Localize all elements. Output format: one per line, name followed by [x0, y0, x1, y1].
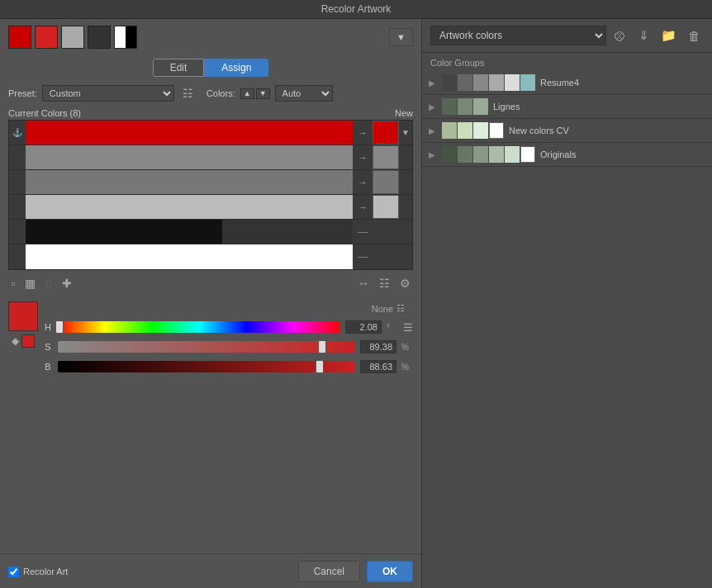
h-thumb[interactable] — [55, 320, 64, 334]
cg-swatches — [442, 98, 488, 115]
edit-tab[interactable]: Edit — [153, 59, 205, 77]
s-row: S % — [43, 340, 413, 353]
table-row: — — [9, 220, 412, 244]
colors-dropdown[interactable]: Auto — [275, 85, 333, 102]
left-swatch[interactable] — [26, 220, 353, 244]
lock-icon[interactable]: ⚓ — [9, 128, 26, 137]
b-label: B — [43, 362, 53, 372]
swatch-darkgray[interactable] — [88, 26, 111, 49]
single-column-icon[interactable]: ▫ — [8, 275, 17, 292]
table-row: → — [9, 170, 412, 195]
b-thumb[interactable] — [316, 360, 324, 373]
cg-swatch — [442, 98, 457, 115]
cg-swatch — [505, 74, 520, 91]
color-group-item[interactable]: ▶ New colors CV — [422, 119, 712, 143]
cg-swatch — [458, 74, 472, 91]
cg-swatch — [442, 74, 457, 91]
swatch-gray[interactable] — [61, 26, 84, 49]
cg-arrow-icon: ▶ — [429, 126, 437, 135]
colors-stepper: ▲ ▼ — [240, 88, 270, 99]
preset-label: Preset: — [8, 88, 37, 98]
left-swatch[interactable] — [26, 195, 353, 219]
right-swatch[interactable] — [373, 170, 399, 194]
right-swatch[interactable] — [373, 145, 399, 169]
chevron-down-icon[interactable]: ▼ — [399, 128, 412, 137]
recolor-art-checkbox-row: Recolor Art — [8, 567, 68, 577]
h-slider[interactable] — [58, 321, 340, 333]
cg-swatch — [458, 98, 472, 115]
add-icon[interactable]: ✚ — [59, 275, 74, 292]
cancel-button[interactable]: Cancel — [298, 561, 360, 582]
swatch-row: ▼ — [0, 19, 421, 55]
recolor-art-checkbox[interactable] — [8, 567, 19, 577]
left-swatch[interactable] — [26, 244, 353, 269]
right-swatch[interactable] — [373, 121, 399, 145]
left-swatch[interactable] — [26, 121, 353, 145]
left-swatch[interactable] — [26, 170, 353, 194]
none-grid-icon[interactable]: ☷ — [396, 303, 405, 314]
swatch-red2[interactable] — [35, 26, 58, 49]
preset-list-icon-button[interactable]: ☷ — [179, 85, 197, 102]
options-icon[interactable]: ⚙ — [397, 275, 413, 292]
cg-swatch — [473, 74, 488, 91]
cg-swatch — [442, 146, 457, 163]
preset-select[interactable]: Custom — [42, 85, 174, 102]
table-row: → — [9, 195, 412, 220]
assign-tab[interactable]: Assign — [204, 59, 268, 77]
none-label: None — [372, 304, 393, 314]
new-colors-label: New — [395, 108, 413, 118]
color-group-item[interactable]: ▶ Resume4 — [422, 71, 712, 95]
cg-swatches — [442, 122, 504, 139]
eyedropper-icon[interactable]: ⛒ — [611, 27, 630, 45]
cg-arrow-icon: ▶ — [429, 102, 437, 111]
b-slider[interactable] — [58, 361, 355, 372]
b-value-input[interactable] — [360, 360, 396, 373]
resize-icon[interactable]: ↔ — [355, 275, 372, 292]
dash-icon: — — [353, 226, 373, 238]
h-menu-icon[interactable]: ☰ — [403, 321, 413, 334]
save-icon[interactable]: ⇓ — [635, 26, 653, 45]
right-swatch[interactable] — [373, 195, 399, 219]
delete-icon[interactable]: 🗑 — [685, 27, 704, 45]
swatch-dropdown-button[interactable]: ▼ — [389, 28, 413, 46]
swatch-red[interactable] — [8, 26, 31, 49]
color-group-name: Originals — [540, 149, 576, 159]
no-merge-icon: ▯ — [43, 275, 55, 292]
grid-icon[interactable]: ☷ — [377, 275, 392, 292]
hsb-sliders: None ☷ H ° ☰ S — [43, 301, 413, 373]
toolbar-right: ↔ ☷ ⚙ — [355, 275, 413, 292]
color-group-item[interactable]: ▶ Originals — [422, 143, 712, 167]
arrow-icon: → — [353, 202, 373, 213]
colors-down-button[interactable]: ▼ — [256, 88, 270, 99]
small-color-swatch[interactable] — [21, 334, 35, 348]
global-color-icon[interactable]: ◆ — [12, 335, 19, 347]
arrow-icon: → — [353, 177, 373, 188]
right-panel: Artwork colors ⛒ ⇓ 📁 🗑 Color Groups ▶ Re… — [421, 19, 712, 588]
colors-up-button[interactable]: ▲ — [240, 88, 254, 99]
h-label: H — [43, 322, 53, 332]
s-thumb[interactable] — [318, 340, 326, 353]
cg-swatches — [442, 146, 535, 163]
s-slider[interactable] — [58, 341, 355, 353]
artwork-colors-select[interactable]: Artwork colors — [430, 26, 606, 45]
h-value-input[interactable] — [345, 320, 382, 334]
swatch-white-black[interactable] — [114, 26, 137, 49]
cg-swatch — [473, 146, 488, 163]
cg-swatches — [442, 74, 535, 91]
color-table: ⚓ → ▼ → → — [8, 120, 413, 270]
color-group-item[interactable]: ▶ Lignes — [422, 95, 712, 119]
table-row: ⚓ → ▼ — [9, 121, 412, 145]
left-swatch[interactable] — [26, 145, 353, 169]
multi-column-icon[interactable]: ▦ — [22, 275, 38, 292]
folder-icon[interactable]: 📁 — [657, 26, 680, 45]
preset-row: Preset: Custom ☷ Colors: ▲ ▼ Auto — [0, 82, 421, 105]
ok-button[interactable]: OK — [367, 561, 413, 582]
cg-swatch — [489, 146, 504, 163]
title-bar: Recolor Artwork — [0, 0, 712, 19]
s-value-input[interactable] — [360, 340, 396, 353]
dash-icon: — — [353, 251, 373, 263]
cg-swatch — [458, 122, 472, 139]
window-title: Recolor Artwork — [321, 3, 392, 15]
color-preview[interactable] — [8, 301, 38, 331]
cg-swatch — [473, 122, 488, 139]
